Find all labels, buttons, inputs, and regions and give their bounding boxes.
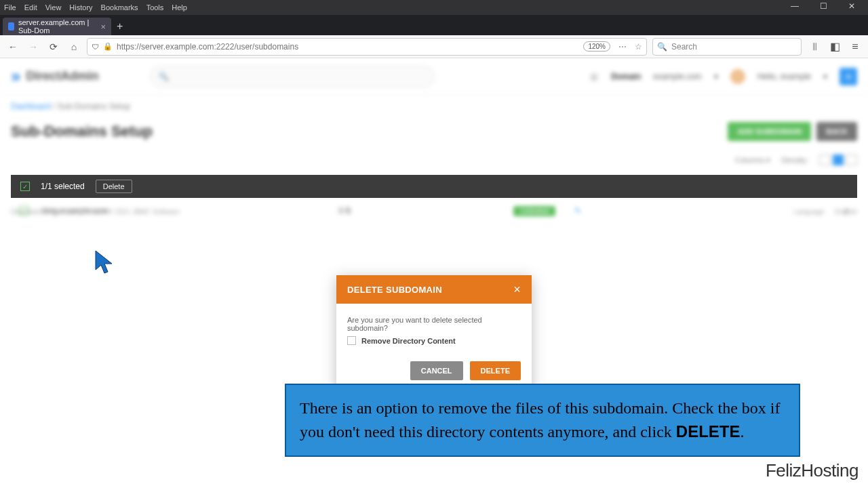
sidebar-icon[interactable]: ◧: [827, 39, 842, 54]
back-button[interactable]: ←: [5, 39, 20, 54]
menu-help[interactable]: Help: [172, 3, 187, 12]
library-icon[interactable]: ⫴: [807, 39, 822, 54]
breadcrumb-current: Sub-Domains Setup: [58, 102, 130, 111]
favicon-icon: [8, 22, 14, 30]
app-search-input[interactable]: 🔍: [150, 66, 435, 87]
cancel-button[interactable]: CANCEL: [410, 361, 463, 380]
url-input[interactable]: 🛡 🔒 https://server.example.com:2222/user…: [87, 38, 647, 56]
table-options: Columns ▾ Density:: [0, 150, 868, 169]
menu-file[interactable]: File: [4, 3, 16, 12]
user-dropdown-icon[interactable]: ▾: [823, 72, 827, 81]
modal-title: DELETE SUBDOMAIN: [347, 285, 442, 295]
hello-text: Hello, example: [757, 72, 811, 81]
back-button[interactable]: BACK: [816, 122, 857, 141]
url-text: https://server.example.com:2222/user/sub…: [117, 42, 298, 52]
search-input[interactable]: 🔍 Search: [652, 38, 802, 56]
search-icon: 🔍: [159, 72, 169, 81]
selection-count: 1/1 selected: [41, 182, 85, 191]
browser-menubar: File Edit View History Bookmarks Tools H…: [0, 0, 868, 15]
domain-dropdown-icon[interactable]: ▾: [714, 72, 718, 81]
menu-history[interactable]: History: [69, 3, 92, 12]
notification-icon[interactable]: ◉: [589, 70, 599, 83]
tab-title: server.example.com | Sub-Dom: [18, 18, 96, 35]
breadcrumb: Dashboard / Sub-Domains Setup: [0, 95, 868, 118]
search-placeholder: Search: [671, 42, 697, 52]
brand-icon: »: [11, 66, 20, 87]
reload-button[interactable]: ⟳: [46, 39, 61, 54]
delete-subdomain-modal: DELETE SUBDOMAIN × Are you sure you want…: [336, 275, 532, 391]
browser-tabbar: server.example.com | Sub-Dom × +: [0, 15, 868, 35]
domain-label: Domain: [611, 72, 641, 81]
domain-value: example.com: [653, 72, 701, 81]
close-window-button[interactable]: ✕: [846, 1, 857, 11]
hamburger-button[interactable]: ≡: [840, 68, 857, 85]
browser-tab[interactable]: server.example.com | Sub-Dom ×: [3, 18, 111, 35]
tab-close-icon[interactable]: ×: [100, 22, 106, 32]
density-compact[interactable]: [819, 155, 830, 165]
cursor-icon: [94, 249, 116, 277]
maximize-button[interactable]: ☐: [818, 1, 829, 11]
new-tab-button[interactable]: +: [117, 20, 123, 33]
footer-copyright: DirectAdmin Web Control Panel © 2021 JBM…: [11, 208, 179, 216]
menu-edit[interactable]: Edit: [24, 3, 37, 12]
remove-directory-label: Remove Directory Content: [361, 337, 456, 345]
footer-language-value[interactable]: English: [835, 208, 857, 216]
menu-tools[interactable]: Tools: [146, 3, 164, 12]
page-title: Sub-Domains Setup: [11, 123, 153, 140]
density-normal[interactable]: [833, 155, 844, 165]
app-header: » DirectAdmin 🔍 ◉ Domain example.com ▾ H…: [0, 58, 868, 95]
zoom-badge[interactable]: 120%: [583, 41, 610, 52]
columns-dropdown[interactable]: Columns ▾: [735, 156, 770, 165]
footer-language-label: Language: [794, 208, 825, 216]
tutorial-callout: There is an option to remove the files o…: [285, 384, 800, 457]
browser-addressbar: ← → ⟳ ⌂ 🛡 🔒 https://server.example.com:2…: [0, 35, 868, 58]
lock-icon: 🔒: [103, 42, 113, 51]
forward-button[interactable]: →: [26, 39, 41, 54]
menu-bookmarks[interactable]: Bookmarks: [101, 3, 138, 12]
brand-logo[interactable]: » DirectAdmin: [11, 66, 98, 87]
menu-view[interactable]: View: [45, 3, 62, 12]
select-all-checkbox[interactable]: ✓: [20, 182, 30, 191]
shield-icon: 🛡: [92, 43, 99, 51]
modal-close-icon[interactable]: ×: [513, 283, 521, 297]
modal-message: Are you sure you want to delete selected…: [347, 316, 521, 332]
density-label: Density:: [781, 156, 808, 164]
remove-directory-checkbox[interactable]: [347, 336, 356, 345]
add-subdomain-button[interactable]: ADD SUBDOMAIN: [728, 122, 811, 141]
watermark: FelizHosting: [766, 460, 859, 481]
app-footer: DirectAdmin Web Control Panel © 2021 JBM…: [11, 208, 857, 216]
breadcrumb-root[interactable]: Dashboard: [11, 102, 51, 111]
bookmark-icon[interactable]: ☆: [635, 42, 642, 52]
search-icon: 🔍: [657, 42, 667, 52]
home-button[interactable]: ⌂: [66, 39, 81, 54]
appmenu-icon[interactable]: ≡: [848, 39, 863, 54]
reader-icon[interactable]: ⋯: [618, 42, 627, 52]
selection-bar: ✓ 1/1 selected Delete: [11, 175, 857, 198]
delete-button[interactable]: DELETE: [470, 361, 521, 380]
minimize-button[interactable]: —: [789, 1, 800, 11]
brand-text: DirectAdmin: [26, 69, 98, 83]
density-large[interactable]: [846, 155, 857, 165]
avatar[interactable]: [730, 69, 745, 84]
delete-selected-button[interactable]: Delete: [96, 180, 132, 193]
